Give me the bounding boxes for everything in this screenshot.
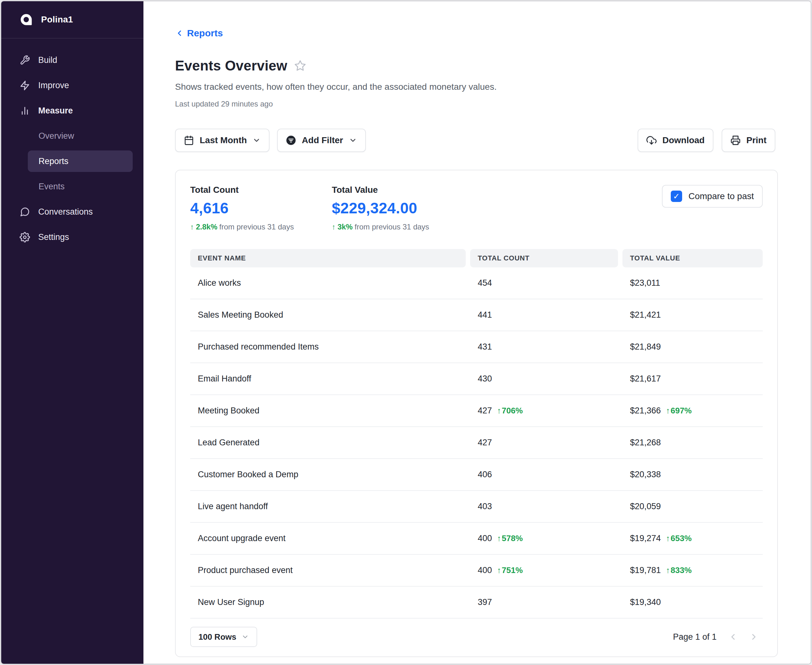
value-change: ↑697%: [666, 406, 692, 416]
ada-logo-icon: [20, 13, 33, 26]
sidebar-item-improve[interactable]: Improve: [1, 73, 144, 98]
sidebar-item-label: Reports: [39, 156, 69, 166]
sidebar-item-measure[interactable]: Measure: [1, 98, 144, 123]
trend-up-icon: ↑: [332, 223, 335, 231]
page-title: Events Overview: [175, 58, 287, 74]
sidebar-item-label: Improve: [38, 80, 69, 90]
count-value: 397: [478, 597, 492, 607]
event-name-cell: New User Signup: [190, 586, 466, 618]
page-info: Page 1 of 1: [673, 632, 717, 642]
sidebar: Polina1 Build Improve Measure: [1, 1, 144, 664]
total-count-cell: 441: [470, 299, 618, 331]
table-body: Alice works 454 $23,011 Sales Meeting Bo…: [190, 267, 763, 619]
event-name-cell: Meeting Booked: [190, 395, 466, 426]
table-header: EVENT NAME TOTAL COUNT TOTAL VALUE: [190, 249, 763, 267]
download-cloud-icon: [647, 135, 657, 146]
count-value: 403: [478, 501, 492, 511]
column-header-event-name: EVENT NAME: [190, 249, 466, 267]
column-header-total-value: TOTAL VALUE: [622, 249, 763, 267]
sidebar-item-settings[interactable]: Settings: [1, 224, 144, 250]
last-updated-text: Last updated 29 minutes ago: [175, 100, 775, 108]
total-value-cell: $21,421: [622, 299, 763, 331]
back-to-reports-link[interactable]: Reports: [175, 28, 223, 39]
total-value-change: ↑ 3k% from previous 31 days: [332, 223, 429, 231]
table-row: Live agent handoff 403 $20,059: [190, 491, 763, 523]
event-name-cell: Sales Meeting Booked: [190, 299, 466, 331]
favorite-star-icon[interactable]: [294, 60, 306, 72]
table-row: Account upgrade event 400 ↑578% $19,274 …: [190, 523, 763, 555]
column-header-total-count: TOTAL COUNT: [470, 249, 618, 267]
sidebar-item-label: Build: [38, 55, 57, 65]
table-row: Product purchased event 400 ↑751% $19,78…: [190, 555, 763, 586]
sidebar-item-events[interactable]: Events: [1, 174, 144, 199]
download-button[interactable]: Download: [637, 129, 714, 152]
sidebar-item-build[interactable]: Build: [1, 48, 144, 73]
chevron-down-icon: [252, 136, 261, 144]
total-count-stat: Total Count 4,616 ↑ 2.8k% from previous …: [190, 185, 294, 231]
total-count-cell: 427: [470, 427, 618, 458]
chevron-right-icon: [749, 632, 759, 642]
table-row: New User Signup 397 $19,340: [190, 586, 763, 619]
table-row: Purchased recommended Items 431 $21,849: [190, 331, 763, 363]
sidebar-item-reports[interactable]: Reports: [28, 151, 133, 172]
count-value: 430: [478, 374, 492, 384]
workspace-header[interactable]: Polina1: [1, 1, 144, 39]
compare-to-past-toggle[interactable]: ✓ Compare to past: [662, 185, 763, 208]
print-label: Print: [746, 135, 766, 146]
count-value: 427: [478, 406, 492, 416]
value-value: $21,849: [630, 342, 661, 352]
event-name-cell: Purchased recommended Items: [190, 331, 466, 362]
chevron-down-icon: [349, 136, 357, 144]
event-name-cell: Product purchased event: [190, 555, 466, 586]
count-change: ↑578%: [497, 534, 523, 543]
checkbox-checked-icon[interactable]: ✓: [671, 191, 682, 202]
sidebar-item-overview[interactable]: Overview: [1, 123, 144, 149]
sidebar-item-conversations[interactable]: Conversations: [1, 199, 144, 224]
lightning-icon: [20, 80, 30, 91]
total-count-cell: 400 ↑751%: [470, 555, 618, 586]
total-value-stat: Total Value $229,324.00 ↑ 3k% from previ…: [332, 185, 429, 231]
date-range-label: Last Month: [200, 135, 247, 146]
chevron-down-icon: [242, 633, 249, 640]
wrench-icon: [20, 55, 30, 66]
total-count-cell: 406: [470, 459, 618, 490]
value-value: $21,617: [630, 374, 661, 384]
count-value: 431: [478, 342, 492, 352]
table-row: Alice works 454 $23,011: [190, 267, 763, 299]
add-filter-dropdown[interactable]: Add Filter: [277, 129, 366, 152]
filter-icon: [286, 135, 296, 146]
count-value: 441: [478, 310, 492, 320]
sidebar-item-label: Conversations: [38, 207, 93, 217]
bar-chart-icon: [20, 106, 30, 116]
chevron-left-icon: [728, 632, 738, 642]
app-window: Polina1 Build Improve Measure: [1, 1, 811, 664]
total-count-cell: 430: [470, 363, 618, 395]
value-change: ↑653%: [666, 534, 692, 543]
event-name-cell: Email Handoff: [190, 363, 466, 395]
total-value-cell: $21,617: [622, 363, 763, 395]
rows-per-page-dropdown[interactable]: 100 Rows: [190, 627, 257, 647]
value-value: $19,340: [630, 597, 661, 607]
value-value: $21,421: [630, 310, 661, 320]
back-link-label: Reports: [187, 28, 223, 39]
count-value: 454: [478, 278, 492, 288]
value-value: $20,059: [630, 501, 661, 511]
table-row: Customer Booked a Demp 406 $20,338: [190, 459, 763, 491]
total-value-cell: $21,849: [622, 331, 763, 362]
print-button[interactable]: Print: [722, 129, 775, 152]
date-range-dropdown[interactable]: Last Month: [175, 129, 270, 152]
previous-page-button[interactable]: [724, 628, 742, 646]
value-value: $21,366: [630, 406, 661, 416]
value-value: $20,338: [630, 470, 661, 480]
sidebar-nav: Build Improve Measure Overview Reports: [1, 39, 144, 250]
next-page-button[interactable]: [745, 628, 763, 646]
value-value: $19,274: [630, 534, 661, 543]
count-value: 427: [478, 438, 492, 447]
download-label: Download: [662, 135, 704, 146]
event-name-cell: Live agent handoff: [190, 491, 466, 522]
total-count-cell: 400 ↑578%: [470, 523, 618, 554]
count-value: 400: [478, 565, 492, 575]
total-value-value: $229,324.00: [332, 200, 429, 217]
count-change: ↑706%: [497, 406, 523, 416]
compare-label: Compare to past: [688, 191, 754, 201]
